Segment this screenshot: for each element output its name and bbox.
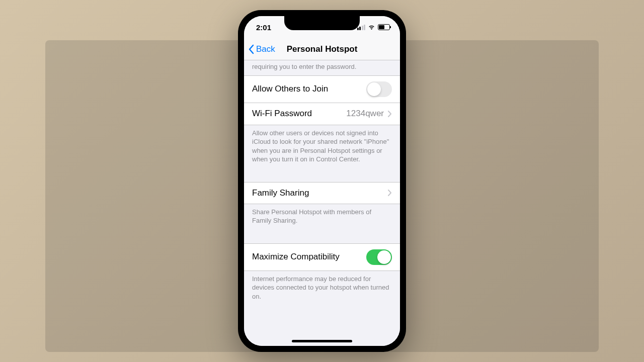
row-label: Allow Others to Join: [252, 84, 328, 94]
status-indicators: [357, 24, 390, 30]
wifi-password-value: 1234qwer: [346, 109, 384, 119]
group-family: Family Sharing: [244, 182, 400, 204]
footer-maxcompat: Internet performance may be reduced for …: [244, 271, 400, 305]
group-maxcompat: Maximize Compatibility: [244, 243, 400, 271]
row-label: Maximize Compatibility: [252, 252, 340, 262]
settings-content[interactable]: requiring you to enter the password. All…: [244, 60, 400, 346]
phone-screen: 2:01 Back Personal Hotspot: [244, 16, 400, 346]
row-maximize-compatibility[interactable]: Maximize Compatibility: [244, 243, 400, 271]
phone-frame: 2:01 Back Personal Hotspot: [238, 10, 406, 352]
chevron-right-icon: [388, 190, 392, 196]
row-value: [388, 190, 392, 196]
phone-notch: [284, 16, 360, 30]
chevron-right-icon: [388, 111, 392, 117]
chevron-left-icon: [248, 44, 254, 54]
footer-family-sharing: Share Personal Hotspot with members of F…: [244, 204, 400, 229]
wifi-icon: [368, 25, 375, 30]
maximize-compatibility-toggle[interactable]: [366, 249, 392, 265]
row-allow-others[interactable]: Allow Others to Join: [244, 75, 400, 103]
back-button[interactable]: Back: [244, 44, 275, 54]
row-label: Family Sharing: [252, 188, 309, 198]
footer-allow-others: Allow other users or devices not signed …: [244, 125, 400, 168]
back-label: Back: [256, 44, 275, 54]
row-value: 1234qwer: [346, 109, 392, 119]
row-family-sharing[interactable]: Family Sharing: [244, 182, 400, 204]
row-label: Wi-Fi Password: [252, 109, 312, 119]
home-indicator[interactable]: [292, 340, 352, 342]
status-time: 2:01: [256, 23, 271, 32]
header-description-partial: requiring you to enter the password.: [244, 60, 400, 75]
navigation-bar: Back Personal Hotspot: [244, 38, 400, 60]
battery-icon: [378, 24, 390, 30]
allow-others-toggle[interactable]: [366, 81, 392, 97]
row-wifi-password[interactable]: Wi-Fi Password 1234qwer: [244, 103, 400, 125]
group-hotspot: Allow Others to Join Wi-Fi Password 1234…: [244, 75, 400, 125]
